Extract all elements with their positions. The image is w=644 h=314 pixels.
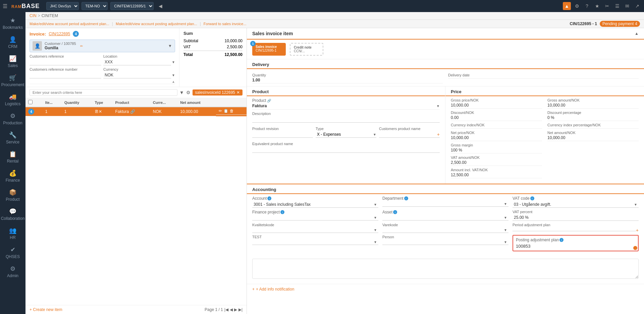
sidebar-item-rental[interactable]: 📋 Rental [0,148,25,166]
vat-code-arrow[interactable]: ▼ [634,203,637,206]
add-notification-plus: + [252,287,255,292]
sidebar-item-collaboration[interactable]: 💬 Collaboration [0,205,25,224]
sidebar-item-admin[interactable]: ⚙ Admin [0,262,25,281]
mail-icon[interactable]: ✉ [623,2,631,10]
asset-field: Asset i ▼ [382,210,508,221]
copy-row-icon[interactable]: 📋 [223,109,228,113]
product-value-row: Faktura ▼ [252,104,440,110]
action-right: CIN/122695 - 1 Pending payment 4 [570,21,640,27]
location-input[interactable] [103,59,171,65]
sidebar-item-production[interactable]: ⚙ Production [0,110,25,128]
varekode-arrow[interactable]: ▼ [504,228,507,232]
scissors-icon[interactable]: ✂ [603,2,611,10]
help-icon[interactable]: ? [583,2,591,10]
sidebar-item-procurement[interactable]: 🛒 Procurement [0,71,25,90]
select-all-checkbox[interactable] [28,100,33,104]
cust-product-plus-icon[interactable]: + [437,132,440,137]
sidebar-item-label: Bookmarks [3,25,23,30]
table-row[interactable]: 4 1 1 🖹✕ Faktura 🔗 NOK 10,000.00 ✏ 📋 [25,107,247,116]
filter-tag-close[interactable]: ✕ [236,90,240,95]
customer-expand-icon[interactable]: ▼ [168,44,172,48]
sidebar-item-finance[interactable]: 💰 Finance [0,167,25,185]
make-period-link[interactable]: Make/edit/view account period adjustment… [30,22,109,26]
product-expand-icon[interactable]: ▼ [436,104,440,108]
add-info-notification[interactable]: + + Add info notification [247,284,644,294]
sidebar-item-product[interactable]: 📦 Product [0,186,25,204]
sidebar-item-sales[interactable]: 📈 Sales [0,52,25,71]
collaboration-icon: 💬 [9,208,16,215]
kval-arrow[interactable]: ▼ [374,228,377,232]
kvalitetskode-label: Kvalitetskode [252,223,378,227]
hamburger-menu[interactable]: ☰ [3,3,7,9]
sales-invoice-card[interactable]: 1 Sales invoice CIN/122695-1 [252,43,286,56]
type-expand-icon[interactable]: ▼ [373,133,376,136]
forward-link[interactable]: Forward to sales invoice... [204,22,247,26]
logistics-icon: 🚚 [9,93,16,101]
total-value: 12,500.00 [216,52,243,57]
sidebar-item-logistics[interactable]: 🚚 Logistics [0,90,25,109]
sidebar-item-crm[interactable]: 👤 CRM [0,33,25,52]
period-adj-plus[interactable]: + [636,228,639,233]
cust-ref-input[interactable] [30,59,101,65]
gross-price-field: Gross price/NOK 10,000.00 [451,98,542,109]
credit-note-card[interactable]: Credit note CCN/... [290,43,323,56]
settings-icon[interactable]: ⚙ [573,2,581,10]
dept-arrow[interactable]: ▼ [504,202,507,206]
currency-arrow: ▼ [172,73,175,77]
col-product: Product [113,98,150,107]
sidebar-item-bookmarks[interactable]: ★ Bookmarks [0,14,25,33]
currency-input[interactable] [103,72,171,78]
cust-ref-num-field: Customers reference number [30,67,101,78]
sidebar-item-label: Finance [6,178,20,183]
external-icon[interactable]: ↗ [633,2,641,10]
invoice-number[interactable]: CIN/122695 [49,32,70,36]
alert-icon[interactable]: ▲ [563,2,571,10]
test-arrow[interactable]: ▼ [374,240,377,244]
path-select[interactable]: CINITEM/122695/1 [110,2,154,10]
person-arrow[interactable]: ▼ [504,240,507,244]
equivalent-product-label: Equivalent product name [252,142,440,146]
edit-row-icon[interactable]: ✏ [219,109,222,113]
sidebar-item-label: Admin [7,273,18,278]
cust-ref-num-input[interactable] [30,72,101,78]
sidebar-item-hr[interactable]: 👥 HR [0,224,25,243]
collapse-icon[interactable]: ▲ [172,80,175,83]
description-input[interactable] [252,116,440,123]
sii-collapse-btn[interactable]: ▲ [635,31,639,36]
search-input[interactable] [30,89,177,96]
cust-ref-label: Customers reference [30,54,101,58]
asset-arrow[interactable]: ▼ [504,216,507,219]
cust-product-name-input[interactable] [379,131,437,137]
notes-textarea[interactable] [252,259,639,279]
next-page-btn[interactable]: ▶ [234,307,237,312]
company-select[interactable]: JHC DevSys [46,2,79,10]
env-select[interactable]: TEM-NO [82,2,108,10]
invoice-header-area: Invoice: CIN/122695 4 👤 Customer / 10078… [25,28,179,87]
delete-row-icon[interactable]: 🗑 [230,109,234,113]
back-icon[interactable]: ◀ [156,2,164,10]
product-revision-input[interactable] [252,131,313,138]
spacer2 [547,143,639,153]
filter-icon[interactable]: ▼ [179,90,184,95]
filter-tag: salesInvoiceId 122695 ✕ [193,89,243,96]
cust-product-name-field: Customers product name + [379,127,440,138]
make-posting-link[interactable]: Make/edit/view account posting adjustmen… [116,22,197,26]
account-value: 3001 - Sales including SalesTax ▼ [252,201,378,208]
prev-page-btn[interactable]: ◀ [230,307,233,312]
star-icon[interactable]: ★ [593,2,601,10]
last-page-btn[interactable]: ▶| [238,307,243,312]
menu-icon[interactable]: ☰ [613,2,621,10]
product-column: Product Product 🔗 Faktura ▼ [247,86,445,184]
sidebar-item-qhses[interactable]: ✔ QHSES [0,243,25,262]
product-row-grid: Product revision Type X - Expenses ▼ [252,127,440,140]
breadcrumb-cin[interactable]: CIN [30,13,37,18]
equivalent-product-input[interactable] [252,146,440,153]
fp-arrow[interactable]: ▼ [374,216,377,219]
first-page-btn[interactable]: |◀ [224,307,228,312]
product-link-icon[interactable]: 🔗 [267,99,271,103]
settings-filter-icon[interactable]: ⚙ [186,90,191,95]
account-arrow[interactable]: ▼ [374,203,377,206]
customer-edit-icon[interactable]: ✏ [80,44,83,48]
create-new-item[interactable]: + Create new item [30,307,62,312]
sidebar-item-service[interactable]: 🔧 Service [0,129,25,147]
